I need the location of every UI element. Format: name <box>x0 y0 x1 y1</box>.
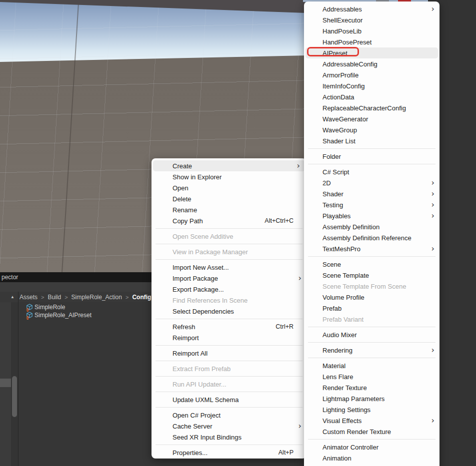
menu-item-label: TextMeshPro <box>322 245 360 253</box>
breadcrumb-segment-config[interactable]: Config <box>132 294 151 301</box>
menu-item-open[interactable]: Open <box>152 182 306 193</box>
menu-separator <box>308 148 436 149</box>
asset-item-label: SimpleRole_AIPreset <box>34 312 92 319</box>
menu-item-assembly-definition[interactable]: Assembly Definition <box>304 221 440 232</box>
menu-item-lighting-settings[interactable]: Lighting Settings <box>304 404 440 415</box>
menu-item-label: ItemInfoConfig <box>322 82 365 90</box>
menu-item-handposelib[interactable]: HandPoseLib <box>304 25 440 36</box>
menu-item-handposepreset[interactable]: HandPosePreset <box>304 36 440 47</box>
vertical-scrollbar-thumb[interactable] <box>12 376 17 417</box>
menu-item-label: Open Scene Additive <box>172 233 233 240</box>
menu-item-rendering[interactable]: Rendering› <box>304 345 440 356</box>
breadcrumb-separator-icon: > <box>64 294 68 300</box>
menu-item-label: WaveGenerator <box>322 115 368 123</box>
menu-item-2d[interactable]: 2D› <box>304 177 440 188</box>
menu-item-label: Open <box>172 184 188 192</box>
menu-item-prefab[interactable]: Prefab <box>304 303 440 314</box>
menu-item-scene-template[interactable]: Scene Template <box>304 270 440 281</box>
menu-item-create[interactable]: Create› <box>153 160 305 171</box>
menu-item-scene-template-from-scene: Scene Template From Scene <box>304 281 440 292</box>
menu-item-lightmap-parameters[interactable]: Lightmap Parameters <box>304 393 440 404</box>
breadcrumb-separator-icon: > <box>41 294 44 300</box>
menu-item-import-package[interactable]: Import Package› <box>152 273 306 284</box>
menu-item-testing[interactable]: Testing› <box>304 199 440 210</box>
menu-item-iteminfoconfig[interactable]: ItemInfoConfig <box>304 80 440 91</box>
menu-item-import-new-asset[interactable]: Import New Asset... <box>152 262 306 273</box>
menu-item-animator-controller[interactable]: Animator Controller <box>304 442 440 453</box>
menu-item-label: ReplaceableCharacterConfig <box>322 104 406 112</box>
menu-item-lens-flare[interactable]: Lens Flare <box>304 371 440 382</box>
menu-item-find-references-in-scene: Find References In Scene <box>152 295 306 306</box>
breadcrumb-segment-build[interactable]: Build <box>48 294 61 301</box>
collapse-arrow-icon[interactable]: ▲ <box>9 295 16 299</box>
menu-item-rename[interactable]: Rename <box>152 204 306 215</box>
menu-item-label: Addressables <box>322 5 362 13</box>
menu-item-replaceablecharacterconfig[interactable]: ReplaceableCharacterConfig <box>304 102 440 113</box>
menu-item-label: Assembly Definition Reference <box>322 234 412 242</box>
menu-item-render-texture[interactable]: Render Texture <box>304 382 440 393</box>
menu-item-material[interactable]: Material <box>304 360 440 371</box>
menu-item-addressableconfig[interactable]: AddressableConfig <box>304 58 440 69</box>
menu-item-animator-override-controller[interactable]: Animator Override Controller <box>304 464 440 466</box>
asset-item-simplerole-aipreset[interactable]: {}SimpleRole_AIPreset <box>26 311 92 319</box>
menu-item-select-dependencies[interactable]: Select Dependencies <box>152 306 306 317</box>
submenu-arrow-icon: › <box>432 188 434 199</box>
menu-item-armorprofile[interactable]: ArmorProfile <box>304 69 440 80</box>
menu-item-label: Cache Server <box>172 423 212 430</box>
menu-item-export-package[interactable]: Export Package... <box>152 284 306 295</box>
menu-item-playables[interactable]: Playables› <box>304 210 440 221</box>
create-submenu: Addressables›ShellExecutorHandPoseLibHan… <box>304 1 440 466</box>
menu-item-update-uxml-schema[interactable]: Update UXML Schema <box>152 394 306 405</box>
menu-item-label: Refresh <box>172 323 196 331</box>
menu-item-label: AIPreset <box>322 49 348 57</box>
menu-separator <box>156 345 302 346</box>
menu-item-label: Folder <box>322 153 341 160</box>
menu-item-folder[interactable]: Folder <box>304 151 440 162</box>
menu-item-shader-list[interactable]: Shader List <box>304 135 440 146</box>
menu-item-refresh[interactable]: RefreshCtrl+R <box>152 321 306 332</box>
submenu-arrow-icon: › <box>298 421 302 432</box>
menu-item-properties[interactable]: Properties...Alt+P <box>152 447 306 458</box>
breadcrumb-segment-simplerole-action[interactable]: SimpleRole_Action <box>72 294 122 301</box>
menu-item-audio-mixer[interactable]: Audio Mixer <box>304 329 440 340</box>
menu-item-actiondata[interactable]: ActionData <box>304 91 440 102</box>
menu-item-label: Copy Path <box>172 217 203 225</box>
menu-item-animation[interactable]: Animation <box>304 453 440 464</box>
menu-item-delete[interactable]: Delete <box>152 193 306 204</box>
scriptable-object-icon: {} <box>26 304 33 311</box>
menu-item-shellexecutor[interactable]: ShellExecutor <box>304 14 440 25</box>
menu-item-label: ActionData <box>322 93 354 101</box>
menu-item-addressables[interactable]: Addressables› <box>304 3 440 14</box>
menu-item-textmeshpro[interactable]: TextMeshPro› <box>304 243 440 254</box>
breadcrumb-segment-assets[interactable]: Assets <box>20 294 38 301</box>
menu-item-wavegroup[interactable]: WaveGroup <box>304 124 440 135</box>
menu-item-reimport[interactable]: Reimport <box>152 332 306 343</box>
menu-item-label: Export Package... <box>172 286 224 293</box>
menu-item-extract-from-prefab: Extract From Prefab <box>152 363 306 374</box>
menu-item-reimport-all[interactable]: Reimport All <box>152 348 306 359</box>
menu-item-c-script[interactable]: C# Script <box>304 166 440 177</box>
tab-inspector[interactable]: pector <box>0 274 18 281</box>
menu-item-shader[interactable]: Shader› <box>304 188 440 199</box>
menu-item-label: Lighting Settings <box>322 406 370 414</box>
menu-item-shortcut: Alt+Ctrl+C <box>264 217 294 224</box>
menu-item-open-c-project[interactable]: Open C# Project <box>152 410 306 421</box>
menu-item-assembly-definition-reference[interactable]: Assembly Definition Reference <box>304 232 440 243</box>
menu-item-custom-render-texture[interactable]: Custom Render Texture <box>304 426 440 437</box>
menu-item-label: AddressableConfig <box>322 60 378 68</box>
menu-item-label: Scene Template From Scene <box>322 283 406 290</box>
menu-separator <box>156 259 302 260</box>
menu-item-aipreset[interactable]: AIPreset <box>306 47 438 58</box>
menu-item-visual-effects[interactable]: Visual Effects› <box>304 415 440 426</box>
menu-item-label: HandPosePreset <box>322 38 372 46</box>
menu-item-cache-server[interactable]: Cache Server› <box>152 421 306 432</box>
submenu-arrow-icon: › <box>432 210 434 221</box>
menu-item-wavegenerator[interactable]: WaveGenerator <box>304 113 440 124</box>
menu-item-scene[interactable]: Scene <box>304 259 440 270</box>
menu-separator <box>156 376 302 377</box>
menu-item-volume-profile[interactable]: Volume Profile <box>304 292 440 303</box>
asset-item-simplerole[interactable]: {}SimpleRole <box>26 303 92 311</box>
menu-item-copy-path[interactable]: Copy PathAlt+Ctrl+C <box>152 215 306 226</box>
menu-item-seed-xr-input-bindings[interactable]: Seed XR Input Bindings <box>152 432 306 443</box>
menu-item-show-in-explorer[interactable]: Show in Explorer <box>152 171 306 182</box>
